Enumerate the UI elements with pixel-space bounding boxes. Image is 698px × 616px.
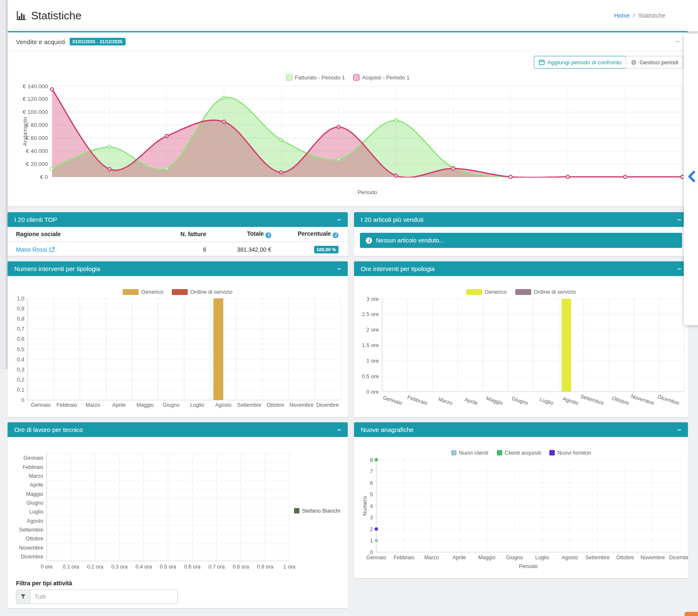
add-comparison-period-button[interactable]: Aggiungi periodo di confronto [534, 56, 627, 68]
svg-text:Ottobre: Ottobre [267, 402, 284, 408]
add-comparison-period-label: Aggiungi periodo di confronto [548, 59, 622, 66]
legend-label: Acquisti - Periodo 1 [362, 74, 409, 81]
svg-text:€ 100.000: € 100.000 [23, 109, 48, 115]
legend-label: Ordine di servizio [190, 289, 232, 295]
collapse-panel-button[interactable]: – [676, 38, 680, 45]
breadcrumb-home-link[interactable]: Home [614, 12, 630, 19]
svg-text:Marzo: Marzo [29, 473, 43, 479]
collapse-panel-button[interactable]: – [337, 216, 341, 223]
svg-text:€ 60.000: € 60.000 [26, 135, 48, 141]
manage-periods-button[interactable]: ⚙ Gestisci periodi [626, 56, 683, 68]
collapse-panel-button[interactable]: – [337, 426, 341, 433]
nuove-anagrafiche-chart: 012345678GennaioFebbraioMarzoAprileMaggi… [354, 455, 688, 577]
legend-item[interactable]: Generico [466, 289, 507, 295]
svg-text:Settembre: Settembre [580, 393, 604, 406]
legend-swatch [515, 289, 531, 295]
legend-swatch [286, 74, 292, 81]
svg-text:2: 2 [370, 526, 373, 532]
svg-text:Novembre: Novembre [640, 555, 665, 561]
svg-text:Dicembre: Dicembre [316, 402, 339, 408]
period-date-badge: 01/01/2025 - 31/12/2025 [70, 38, 126, 45]
svg-text:Numero: Numero [362, 496, 368, 516]
svg-text:Gennaio: Gennaio [382, 395, 403, 406]
collapse-panel-button[interactable]: – [677, 426, 681, 433]
collapse-panel-button[interactable]: – [337, 266, 341, 272]
collapsed-right-drawer [684, 34, 698, 325]
svg-text:Maggio: Maggio [485, 395, 504, 406]
numero-interventi-chart: 00,10,20,30,40,50,60,70,80,91,0GennaioFe… [8, 296, 348, 413]
legend-item[interactable]: Acquisti - Periodo 1 [353, 74, 409, 81]
svg-text:Gennaio: Gennaio [24, 455, 43, 461]
panel-clienti-header: I 20 clienti TOP – [8, 212, 348, 227]
filter-input[interactable] [30, 590, 178, 604]
collapse-panel-button[interactable]: – [677, 266, 681, 272]
legend-item[interactable]: Fatturato - Periodo 1 [286, 74, 345, 81]
svg-text:Luglio: Luglio [190, 402, 204, 408]
legend-item[interactable]: Ordine di servizio [515, 289, 576, 295]
info-icon[interactable]: i [333, 232, 339, 238]
ore-lavoro-legend: Stefano Bianchi [294, 508, 340, 514]
panel-numero-title: Numero interventi per tipologia [14, 265, 100, 272]
bar-chart-icon [16, 10, 27, 21]
svg-text:Febbraio: Febbraio [23, 464, 43, 470]
floating-action-button[interactable] [685, 612, 698, 616]
svg-text:€ 140.000: € 140.000 [23, 83, 48, 90]
legend-swatch [353, 74, 359, 81]
svg-text:0: 0 [21, 397, 24, 403]
svg-text:Settembre: Settembre [585, 555, 610, 561]
legend-label: Stefano Bianchi [302, 508, 340, 514]
info-icon[interactable]: i [265, 232, 271, 238]
svg-text:3: 3 [370, 514, 373, 521]
svg-text:Gennaio: Gennaio [31, 402, 50, 408]
panel-clienti-title: I 20 clienti TOP [14, 216, 57, 223]
collapsed-left-sidebar-edge[interactable] [0, 0, 8, 369]
collapse-panel-button[interactable]: – [677, 216, 681, 223]
svg-text:Settembre: Settembre [19, 527, 43, 533]
svg-text:Febbraio: Febbraio [56, 402, 77, 408]
svg-text:Aprile: Aprile [112, 402, 126, 408]
panel-anagrafiche-title: Nuove anagrafiche [361, 426, 414, 433]
panel-articoli-title: I 20 articoli più venduti [361, 216, 423, 223]
svg-text:0.2 ora: 0.2 ora [87, 564, 103, 570]
svg-text:Marzo: Marzo [86, 402, 100, 408]
svg-text:2 ore: 2 ore [366, 326, 379, 333]
svg-text:0,6: 0,6 [17, 336, 24, 342]
svg-text:Periodo: Periodo [519, 563, 538, 569]
svg-text:0,7: 0,7 [17, 326, 24, 332]
svg-text:€ 120.000: € 120.000 [23, 96, 48, 102]
svg-text:Agosto: Agosto [562, 396, 579, 406]
svg-text:Novembre: Novembre [630, 393, 655, 406]
svg-text:Gennaio: Gennaio [366, 555, 386, 561]
svg-text:Luglio: Luglio [535, 555, 549, 561]
percent-badge: 100,00 % [314, 246, 339, 253]
svg-text:Andamento: Andamento [22, 117, 28, 146]
panel-ore-lavoro-header: Ore di lavoro per tecnico – [8, 422, 348, 437]
expand-drawer-button[interactable] [688, 171, 696, 184]
page-title-text: Statistiche [31, 9, 81, 22]
legend-item[interactable]: Generico [123, 289, 163, 295]
svg-text:0.3 ora: 0.3 ora [111, 564, 128, 570]
legend-item[interactable]: Stefano Bianchi [294, 508, 340, 514]
ore-interventi-chart: 0 ore0.5 ore1 ore1.5 ore2 ore2.5 ore3 or… [354, 296, 688, 413]
svg-text:Aprile: Aprile [464, 397, 479, 406]
vendite-chart-legend: Fatturato - Periodo 1Acquisti - Periodo … [8, 74, 688, 81]
svg-text:0.9 ora: 0.9 ora [257, 564, 273, 570]
cell-ragione-sociale: Mario Rossi [8, 242, 152, 257]
client-link[interactable]: Mario Rossi [16, 246, 55, 253]
page-title: Statistiche [16, 9, 81, 22]
col-percentuale: Percentuale i [280, 227, 348, 242]
svg-text:Marzo: Marzo [438, 396, 453, 406]
svg-text:6: 6 [370, 480, 373, 486]
breadcrumb-separator: / [633, 12, 635, 19]
panel-ore-interventi-title: Ore interventi per tipologia [361, 265, 435, 272]
svg-text:2.5 ore: 2.5 ore [362, 311, 379, 317]
filter-addon-button[interactable] [16, 590, 30, 604]
svg-text:1 ora: 1 ora [283, 564, 296, 570]
panel-ore-interventi-header: Ore interventi per tipologia – [354, 261, 688, 276]
svg-text:0,4: 0,4 [17, 356, 24, 363]
panel-vendite-title: Vendite e acquisti [16, 38, 66, 45]
legend-item[interactable]: Ordine di servizio [172, 289, 232, 295]
info-icon: i [366, 237, 372, 244]
legend-swatch [466, 289, 482, 295]
svg-text:Febbraio: Febbraio [407, 394, 428, 406]
